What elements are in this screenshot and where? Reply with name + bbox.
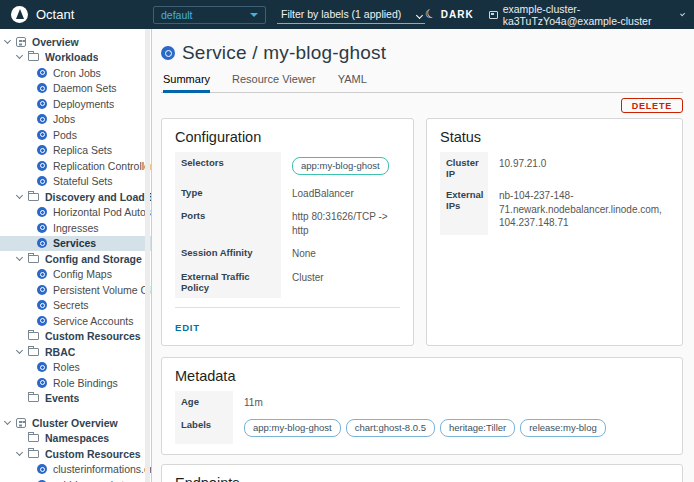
tab-yaml[interactable]: YAML [338,73,367,92]
label-chip: app:my-blog-ghost [244,419,341,437]
sidebar-item-pods[interactable]: Pods [0,127,151,143]
status-title: Status [440,129,669,145]
sidebar-item-deployments[interactable]: Deployments [0,96,151,112]
sidebar-item-csidrivers-csi-storage-k8s-io[interactable]: csidrivers.csi.storage.k8s.io [0,477,151,482]
chevron-down-icon [416,11,423,18]
summary-row: Portshttp 80:31626/TCP -> http [175,205,400,242]
sidebar-item-label: Role Bindings [53,377,118,389]
label-filter-input[interactable]: Filter by labels (1 applied) [277,6,425,24]
sidebar-item-label: Config Maps [53,268,112,280]
sidebar-item-ingresses[interactable]: Ingresses [0,220,151,236]
theme-toggle-label: DARK [441,9,474,20]
sidebar-item-label: Stateful Sets [53,175,113,187]
sidebar-item-daemon-sets[interactable]: Daemon Sets [0,81,151,97]
sidebar-item-cluster-overview[interactable]: Cluster Overview [0,415,151,431]
chevron-down-icon[interactable] [16,449,23,456]
moon-icon: ☾ [423,5,439,22]
circle-icon [37,285,47,295]
circle-icon [37,176,47,186]
endpoints-card: Endpoints TargetIPNode Name my-blog-ghos… [161,464,683,482]
sidebar-item-label: Cluster Overview [32,417,118,429]
sidebar-item-replica-sets[interactable]: Replica Sets [0,143,151,159]
sidebar-item-role-bindings[interactable]: Role Bindings [0,375,151,391]
summary-row-value: nb-104-237-148-71.newark.nodebalancer.li… [488,184,669,235]
namespace-dropdown[interactable]: default [153,6,266,24]
app-name: Octant [36,7,74,22]
folder-icon [28,450,39,458]
folder-icon [28,332,39,340]
chevron-down-icon[interactable] [16,254,23,261]
sidebar-item-events[interactable]: Events [0,391,151,407]
folder-icon [28,255,39,263]
sidebar-item-secrets[interactable]: Secrets [0,298,151,314]
folder-icon [28,434,39,442]
circle-icon [37,316,47,326]
sidebar-item-persistent-volume-claims[interactable]: Persistent Volume Claims [0,282,151,298]
summary-row-value: 10.97.21.0 [488,152,669,184]
apps-icon [16,37,26,47]
sidebar-item-stateful-sets[interactable]: Stateful Sets [0,174,151,190]
context-selector[interactable]: example-cluster-ka3TuTzYo4a@example-clus… [489,3,684,27]
sidebar-item-label: Custom Resources [45,448,141,460]
sidebar-item-config-maps[interactable]: Config Maps [0,267,151,283]
theme-toggle-button[interactable]: ☾ DARK [425,9,474,21]
sidebar-item-custom-resources[interactable]: Custom Resources [0,329,151,345]
configuration-card: Configuration Selectorsapp:my-blog-ghost… [161,118,414,346]
summary-row-value: None [281,242,400,266]
summary-row: Age11m [175,391,669,415]
sidebar-item-config-and-storage[interactable]: Config and Storage [0,251,151,267]
sidebar-item-label: Service Accounts [53,315,134,327]
summary-row: Session AffinityNone [175,242,400,266]
sidebar-item-label: Namespaces [45,432,109,444]
sidebar-item-workloads[interactable]: Workloads [0,50,151,66]
sidebar-item-services[interactable]: Services [0,236,151,252]
sidebar-item-custom-resources[interactable]: Custom Resources [0,446,151,462]
circle-icon [37,114,47,124]
chevron-down-icon[interactable] [16,192,23,199]
sidebar-item-label: Secrets [53,299,89,311]
summary-row-label: Ports [175,205,281,242]
sidebar-item-horizontal-pod-autoscalers[interactable]: Horizontal Pod Autoscalers [0,205,151,221]
tab-summary[interactable]: Summary [163,73,210,93]
sidebar-item-replication-controllers[interactable]: Replication Controllers [0,158,151,174]
namespace-dropdown-value: default [161,9,193,21]
label-filter-text: Filter by labels (1 applied) [281,8,401,20]
toolbar: DELETE [161,98,683,113]
sidebar-item-label: Ingresses [53,222,99,234]
sidebar-nav: OverviewWorkloadsCron JobsDaemon SetsDep… [0,29,152,482]
circle-icon [37,161,47,171]
chevron-down-icon [680,11,685,16]
summary-row-value: 11m [233,391,669,415]
metadata-rows: Age11mLabelsapp:my-blog-ghostchart:ghost… [175,391,669,444]
sidebar-item-overview[interactable]: Overview [0,34,151,50]
sidebar-item-service-accounts[interactable]: Service Accounts [0,313,151,329]
chevron-down-icon[interactable] [16,52,23,59]
metadata-title: Metadata [175,368,669,384]
sidebar-item-jobs[interactable]: Jobs [0,112,151,128]
cluster-icon [489,11,498,19]
tab-resource-viewer[interactable]: Resource Viewer [232,73,316,92]
sidebar-item-roles[interactable]: Roles [0,360,151,376]
main-content: Service / my-blog-ghost SummaryResource … [152,29,694,482]
chevron-down-icon[interactable] [16,347,23,354]
sidebar-item-cron-jobs[interactable]: Cron Jobs [0,65,151,81]
circle-icon [37,378,47,388]
sidebar-item-rbac[interactable]: RBAC [0,344,151,360]
circle-icon [37,362,47,372]
chevron-down-icon[interactable] [4,418,11,425]
circle-icon [37,99,47,109]
sidebar-item-namespaces[interactable]: Namespaces [0,431,151,447]
apps-icon [16,418,26,428]
circle-icon [37,207,47,217]
summary-row-label: External Traffic Policy [175,266,281,298]
sidebar-item-clusterinformations-crd-projec[interactable]: clusterinformations.crd.projec [0,462,151,478]
context-label: example-cluster-ka3TuTzYo4a@example-clus… [503,3,676,27]
sidebar-item-discovery-and-load-balancing[interactable]: Discovery and Load Balancing [0,189,151,205]
circle-icon [37,223,47,233]
delete-button[interactable]: DELETE [621,98,683,113]
sidebar-item-label: Overview [32,36,79,48]
edit-button[interactable]: EDIT [175,322,200,333]
chevron-down-icon[interactable] [4,37,11,44]
summary-grid: Configuration Selectorsapp:my-blog-ghost… [161,118,683,346]
summary-row-value: app:my-blog-ghostchart:ghost-8.0.5herita… [233,414,669,444]
